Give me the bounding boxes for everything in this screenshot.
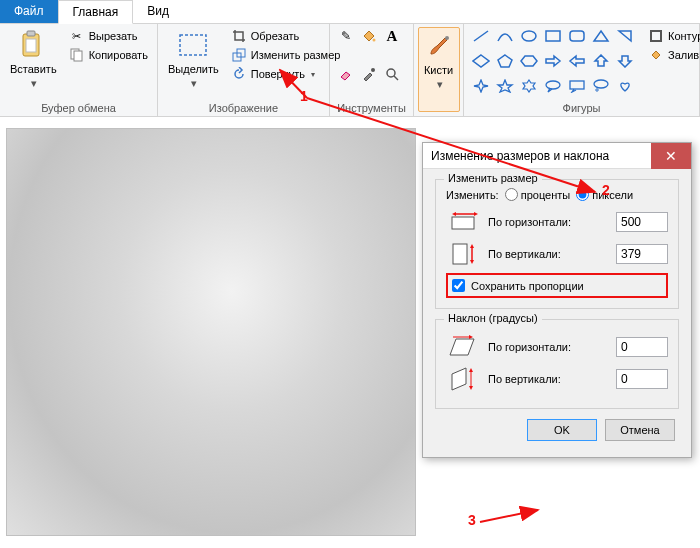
svg-marker-18	[619, 31, 631, 41]
eraser-tool[interactable]	[336, 65, 356, 83]
chevron-down-icon: ▾	[31, 77, 37, 90]
brushes-label: Кисти	[424, 64, 453, 76]
rotate-button[interactable]: Повернуть ▾	[229, 65, 343, 83]
group-clipboard: Вставить ▾ ✂ Вырезать Копировать	[0, 24, 158, 116]
shape-arrow-left[interactable]	[566, 52, 588, 70]
brushes-button[interactable]: Кисти ▾	[418, 27, 460, 112]
close-button[interactable]: ✕	[651, 143, 691, 169]
canvas-area[interactable]	[6, 128, 416, 536]
svg-rect-30	[452, 217, 474, 229]
skew-v-input[interactable]	[616, 369, 668, 389]
svg-marker-40	[469, 335, 473, 339]
shape-rect[interactable]	[542, 27, 564, 45]
group-shapes: Контур▾ Заливка▾ Фигуры	[464, 24, 700, 116]
crop-button[interactable]: Обрезать	[229, 27, 343, 45]
vertical-label: По вертикали:	[488, 248, 608, 260]
shape-arrow-up[interactable]	[590, 52, 612, 70]
shape-oval[interactable]	[518, 27, 540, 45]
select-icon	[177, 29, 209, 61]
paste-button[interactable]: Вставить ▾	[6, 27, 61, 100]
chevron-down-icon: ▾	[437, 78, 443, 91]
crop-icon	[231, 28, 247, 44]
skew-h-input[interactable]	[616, 337, 668, 357]
shape-pentagon[interactable]	[494, 52, 516, 70]
fill-button[interactable]: Заливка▾	[646, 46, 700, 64]
skew-h-label: По горизонтали:	[488, 341, 608, 353]
shape-roundrect[interactable]	[566, 27, 588, 45]
svg-marker-37	[470, 260, 474, 264]
group-image: Выделить ▾ Обрезать Изменить разм	[158, 24, 330, 116]
vertical-icon	[446, 241, 480, 267]
shape-star4[interactable]	[470, 77, 492, 95]
svg-rect-2	[26, 39, 36, 52]
horizontal-icon	[446, 209, 480, 235]
svg-rect-5	[180, 35, 206, 55]
shape-curve[interactable]	[494, 27, 516, 45]
skew-h-icon	[446, 334, 480, 360]
skew-v-icon	[446, 366, 480, 392]
svg-point-12	[445, 36, 449, 40]
dialog-title: Изменение размеров и наклона	[431, 149, 609, 163]
shape-callout-rect[interactable]	[566, 77, 588, 95]
shape-diamond[interactable]	[470, 52, 492, 70]
pencil-tool[interactable]: ✎	[336, 27, 356, 45]
ribbon-tabs: Файл Главная Вид	[0, 0, 700, 24]
shape-heart[interactable]	[614, 77, 636, 95]
keep-ratio-row[interactable]: Сохранить пропорции	[446, 273, 668, 298]
svg-marker-33	[474, 212, 478, 216]
svg-line-48	[480, 510, 538, 522]
ribbon-body: Вставить ▾ ✂ Вырезать Копировать	[0, 24, 700, 116]
shape-arrow-right[interactable]	[542, 52, 564, 70]
shape-callout-round[interactable]	[542, 77, 564, 95]
radio-pixels[interactable]: пиксели	[576, 188, 633, 201]
svg-rect-16	[570, 31, 584, 41]
svg-line-13	[474, 31, 488, 41]
skew-v-label: По вертикали:	[488, 373, 608, 385]
svg-rect-4	[74, 51, 82, 61]
keep-ratio-label: Сохранить пропорции	[471, 280, 584, 292]
annotation-3: 3	[468, 512, 476, 528]
group-image-label: Изображение	[164, 100, 323, 114]
shape-polygon[interactable]	[590, 27, 612, 45]
svg-marker-44	[469, 386, 473, 390]
chevron-down-icon: ▾	[311, 70, 315, 79]
crop-label: Обрезать	[251, 30, 300, 42]
chevron-down-icon: ▾	[191, 77, 197, 90]
horizontal-input[interactable]	[616, 212, 668, 232]
outline-button[interactable]: Контур▾	[646, 27, 700, 45]
tab-view[interactable]: Вид	[133, 0, 183, 23]
radio-percent[interactable]: проценты	[505, 188, 571, 201]
svg-marker-22	[474, 80, 488, 92]
fill-tool[interactable]	[359, 27, 379, 45]
tab-home[interactable]: Главная	[58, 0, 134, 24]
vertical-input[interactable]	[616, 244, 668, 264]
resize-label: Изменить размер	[251, 49, 341, 61]
paste-icon	[17, 29, 49, 61]
shape-star5[interactable]	[494, 77, 516, 95]
svg-point-25	[546, 81, 560, 89]
keep-ratio-checkbox[interactable]	[452, 279, 465, 292]
fill-label: Заливка	[668, 49, 700, 61]
copy-button[interactable]: Копировать	[67, 46, 150, 64]
copy-icon	[69, 47, 85, 63]
svg-marker-24	[523, 80, 535, 92]
fill-icon	[648, 47, 664, 63]
shape-line[interactable]	[470, 27, 492, 45]
shape-triangle[interactable]	[614, 27, 636, 45]
shape-callout-cloud[interactable]	[590, 77, 612, 95]
shape-hexagon[interactable]	[518, 52, 540, 70]
svg-point-14	[522, 31, 536, 41]
shape-arrow-down[interactable]	[614, 52, 636, 70]
text-tool[interactable]: A	[382, 27, 402, 45]
svg-point-10	[387, 69, 395, 77]
cut-button[interactable]: ✂ Вырезать	[67, 27, 150, 45]
tab-file[interactable]: Файл	[0, 0, 58, 23]
select-button[interactable]: Выделить ▾	[164, 27, 223, 100]
svg-rect-29	[651, 31, 661, 41]
shape-star6[interactable]	[518, 77, 540, 95]
ok-button[interactable]: OK	[527, 419, 597, 441]
resize-button[interactable]: Изменить размер	[229, 46, 343, 64]
picker-tool[interactable]	[359, 65, 379, 83]
cancel-button[interactable]: Отмена	[605, 419, 675, 441]
zoom-tool[interactable]	[382, 65, 402, 83]
